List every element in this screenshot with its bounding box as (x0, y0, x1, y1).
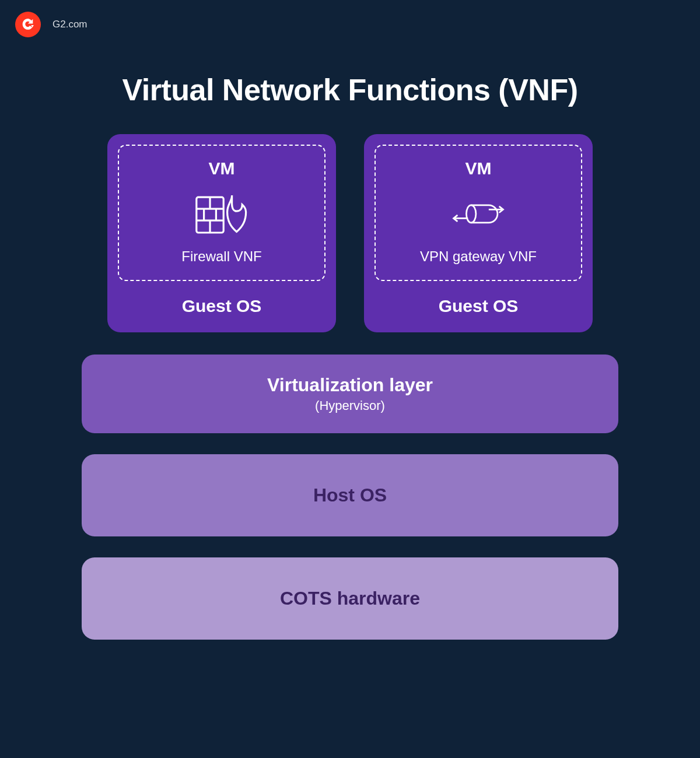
vm-card-vpn: VM VPN gateway VNF Guest OS (364, 134, 593, 332)
vnf-name: Firewall VNF (181, 248, 261, 265)
layer-stack: Virtualization layer (Hypervisor) Host O… (0, 355, 700, 640)
layer-title: COTS hardware (280, 588, 420, 609)
vm-label: VM (209, 159, 235, 178)
firewall-icon (194, 190, 250, 238)
vm-row: VM Firewall VNF Guest OS VM (0, 134, 700, 332)
g2-logo-icon (20, 17, 36, 32)
layer-title: Host OS (313, 485, 387, 506)
vm-card-firewall: VM Firewall VNF Guest OS (107, 134, 336, 332)
g2-logo (15, 12, 41, 37)
layer-subtitle: (Hypervisor) (315, 398, 385, 413)
vnf-name: VPN gateway VNF (420, 248, 537, 265)
brand-label: G2.com (52, 19, 88, 30)
diagram-title: Virtual Network Functions (VNF) (0, 72, 700, 107)
vpn-gateway-icon (450, 190, 506, 238)
vm-dashed-box: VM Firewall VNF (118, 145, 326, 281)
guest-os-label: Guest OS (182, 296, 262, 316)
svg-point-8 (466, 205, 475, 223)
layer-cots-hardware: COTS hardware (82, 557, 618, 640)
header: G2.com (0, 0, 700, 49)
vm-label: VM (466, 159, 492, 178)
layer-title: Virtualization layer (267, 374, 433, 396)
vm-dashed-box: VM VPN gateway VNF (374, 145, 582, 281)
guest-os-label: Guest OS (439, 296, 519, 316)
layer-virtualization: Virtualization layer (Hypervisor) (82, 355, 618, 433)
layer-host-os: Host OS (82, 454, 618, 536)
